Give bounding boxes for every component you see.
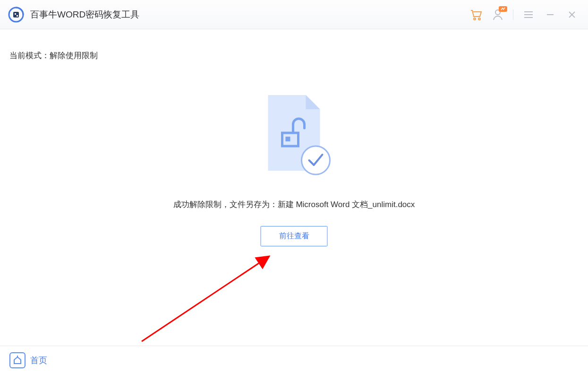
cart-icon[interactable] [469, 8, 483, 21]
footer: 首页 [0, 346, 588, 374]
home-label: 首页 [30, 355, 47, 366]
svg-point-15 [302, 146, 330, 174]
document-unlocked-icon [256, 90, 332, 180]
minimize-icon[interactable] [544, 8, 557, 21]
app-title: 百事牛WORD密码恢复工具 [30, 9, 469, 21]
app-logo-icon [8, 6, 25, 23]
content-area: 当前模式：解除使用限制 成功解除限制，文件另存为：新建 Microsoft Wo… [0, 29, 588, 346]
current-mode-label: 当前模式：解除使用限制 [9, 50, 579, 61]
annotation-arrow-icon [137, 252, 279, 346]
close-icon[interactable] [565, 8, 579, 21]
home-icon [9, 352, 26, 368]
titlebar-divider [513, 9, 513, 20]
home-button[interactable]: 首页 [9, 352, 47, 368]
titlebar-actions [469, 8, 579, 21]
go-view-button[interactable]: 前往查看 [261, 226, 328, 246]
svg-rect-2 [15, 13, 16, 15]
svg-point-5 [478, 18, 480, 20]
titlebar: 百事牛WORD密码恢复工具 [0, 0, 588, 29]
svg-line-16 [142, 256, 269, 341]
svg-rect-14 [286, 137, 290, 141]
user-badge-icon [499, 6, 507, 12]
result-message: 成功解除限制，文件另存为：新建 Microsoft Word 文档_unlimi… [0, 199, 588, 210]
svg-rect-3 [17, 15, 18, 17]
result-panel: 成功解除限制，文件另存为：新建 Microsoft Word 文档_unlimi… [0, 90, 588, 246]
menu-icon[interactable] [522, 8, 535, 21]
user-icon[interactable] [491, 8, 504, 21]
svg-point-4 [474, 18, 476, 20]
